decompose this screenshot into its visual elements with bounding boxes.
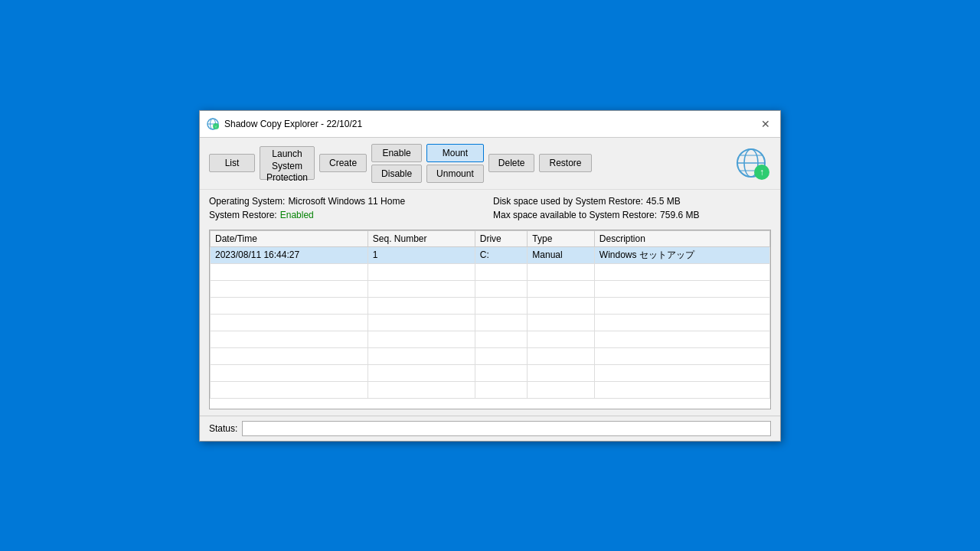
unmount-button[interactable]: Unmount: [426, 165, 484, 183]
cell-seq: 1: [368, 246, 475, 263]
info-section: Operating System: Microsoft Windows 11 H…: [200, 190, 780, 227]
col-header-drive: Drive: [475, 230, 528, 246]
title-bar-left: ↑ Shadow Copy Explorer - 22/10/21: [206, 117, 362, 131]
table-row-empty: [211, 314, 770, 331]
shadow-copy-table: Date/Time Seq. Number Drive Type Descrip…: [210, 230, 770, 399]
svg-text:↑: ↑: [760, 167, 764, 178]
toolbar: List LaunchSystemProtection Create Enabl…: [200, 138, 780, 190]
mount-unmount-group: Mount Unmount: [426, 144, 484, 183]
col-header-seq: Seq. Number: [368, 230, 475, 246]
restore-button[interactable]: Restore: [539, 154, 591, 172]
table-row-empty: [211, 280, 770, 297]
main-window: ↑ Shadow Copy Explorer - 22/10/21 ✕ List…: [199, 110, 781, 442]
table-row-empty: [211, 364, 770, 381]
max-value: 759.6 MB: [660, 210, 699, 220]
col-header-datetime: Date/Time: [211, 230, 368, 246]
cell-datetime: 2023/08/11 16:44:27: [211, 246, 368, 263]
system-restore-row: System Restore: Enabled: [209, 210, 487, 220]
table-row-empty: [211, 263, 770, 280]
table-row-empty: [211, 331, 770, 347]
title-bar: ↑ Shadow Copy Explorer - 22/10/21 ✕: [200, 111, 780, 138]
os-row: Operating System: Microsoft Windows 11 H…: [209, 196, 487, 207]
disable-button[interactable]: Disable: [371, 165, 422, 183]
enable-disable-group: Enable Disable: [371, 144, 422, 183]
table-row-empty: [211, 297, 770, 314]
disk-value: 45.5 MB: [646, 196, 681, 207]
table-header-row: Date/Time Seq. Number Drive Type Descrip…: [211, 230, 770, 246]
create-button[interactable]: Create: [319, 154, 367, 172]
table-row[interactable]: 2023/08/11 16:44:27 1 C: Manual Windows …: [211, 246, 770, 263]
delete-button[interactable]: Delete: [488, 154, 535, 172]
os-label: Operating System:: [209, 196, 285, 207]
list-button[interactable]: List: [209, 154, 255, 172]
close-button[interactable]: ✕: [757, 116, 774, 132]
svg-text:↑: ↑: [215, 125, 217, 129]
os-value: Microsoft Windows 11 Home: [288, 196, 405, 207]
cell-description: Windows セットアップ: [594, 246, 769, 263]
status-label: Status:: [209, 423, 237, 434]
cell-drive: C:: [475, 246, 528, 263]
shadow-copy-table-container: Date/Time Seq. Number Drive Type Descrip…: [209, 230, 771, 409]
launch-system-protection-button[interactable]: LaunchSystemProtection: [260, 146, 315, 180]
table-row-empty: [211, 381, 770, 398]
sr-label: System Restore:: [209, 210, 277, 220]
app-icon-small: ↑: [206, 117, 220, 131]
cell-type: Manual: [528, 246, 595, 263]
sr-value: Enabled: [280, 210, 314, 220]
window-title: Shadow Copy Explorer - 22/10/21: [224, 119, 362, 129]
status-input[interactable]: [242, 421, 771, 436]
max-label: Max space available to System Restore:: [493, 210, 657, 220]
col-header-type: Type: [528, 230, 595, 246]
app-logo-icon: ↑: [734, 145, 771, 181]
disk-label: Disk space used by System Restore:: [493, 196, 643, 207]
mount-button[interactable]: Mount: [426, 144, 484, 162]
col-header-description: Description: [594, 230, 769, 246]
max-space-row: Max space available to System Restore: 7…: [493, 210, 771, 220]
enable-button[interactable]: Enable: [371, 144, 422, 162]
disk-space-row: Disk space used by System Restore: 45.5 …: [493, 196, 771, 207]
table-row-empty: [211, 347, 770, 364]
status-bar: Status:: [200, 416, 780, 441]
